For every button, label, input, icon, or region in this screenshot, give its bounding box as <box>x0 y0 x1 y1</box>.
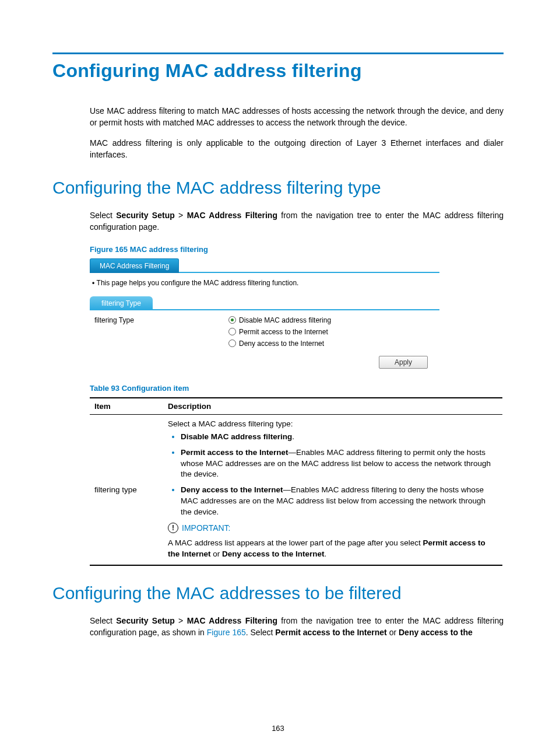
th-description: Description <box>163 398 502 415</box>
intro-paragraph-1: Use MAC address filtering to match MAC a… <box>52 105 504 129</box>
figure-caption: Figure 165 MAC address filtering <box>52 245 504 254</box>
screenshot-figure: MAC Address Filtering This page helps yo… <box>90 258 439 372</box>
important-callout: ! IMPORTANT: <box>168 523 498 533</box>
table-caption: Table 93 Configuration item <box>52 384 504 393</box>
nav-instruction-2: Select Security Setup > MAC Address Filt… <box>52 615 504 639</box>
th-item: Item <box>90 398 163 415</box>
nav-instruction-1: Select Security Setup > MAC Address Filt… <box>52 209 504 233</box>
table-row: filtering type Select a MAC address filt… <box>90 414 502 565</box>
top-rule <box>52 52 504 54</box>
radio-label: Deny access to the Internet <box>239 340 324 348</box>
radio-label: Disable MAC address filtering <box>239 316 331 324</box>
config-table: Item Description filtering type Select a… <box>90 397 502 566</box>
list-item: Permit access to the Internet—Enables MA… <box>181 447 498 481</box>
radio-label: Permit access to the Internet <box>239 328 328 336</box>
page-number: 163 <box>0 724 556 733</box>
important-icon: ! <box>168 523 178 533</box>
important-label: IMPORTANT: <box>182 523 231 533</box>
help-text: This page helps you configure the MAC ad… <box>90 273 439 296</box>
radio-icon <box>228 340 236 347</box>
td-description: Select a MAC address filtering type: Dis… <box>163 414 502 565</box>
radio-icon <box>228 328 236 335</box>
page-title: Configuring MAC address filtering <box>52 60 504 82</box>
apply-button[interactable]: Apply <box>379 356 428 369</box>
radio-option-deny[interactable]: Deny access to the Internet <box>228 340 331 348</box>
list-item: Deny access to the Internet—Enables MAC … <box>181 485 498 518</box>
section-heading-addresses: Configuring the MAC addresses to be filt… <box>52 583 504 603</box>
tab-mac-filtering[interactable]: MAC Address Filtering <box>90 258 179 273</box>
radio-option-disable[interactable]: Disable MAC address filtering <box>228 316 331 324</box>
subtab-filtering-type[interactable]: filtering Type <box>90 296 153 310</box>
important-note: A MAC address list appears at the lower … <box>168 538 498 560</box>
td-item: filtering type <box>90 414 163 565</box>
intro-paragraph-2: MAC address filtering is only applicable… <box>52 137 504 161</box>
section-heading-filtering-type: Configuring the MAC address filtering ty… <box>52 178 504 198</box>
figure-link[interactable]: Figure 165 <box>207 628 246 637</box>
radio-group-filtering-type: Disable MAC address filtering Permit acc… <box>228 316 331 348</box>
list-item: Disable MAC address filtering. <box>181 432 498 443</box>
radio-icon <box>228 316 236 324</box>
form-label-filtering-type: filtering Type <box>94 316 228 348</box>
radio-option-permit[interactable]: Permit access to the Internet <box>228 328 331 336</box>
desc-lead: Select a MAC address filtering type: <box>168 419 498 428</box>
tab-underline <box>179 272 439 273</box>
